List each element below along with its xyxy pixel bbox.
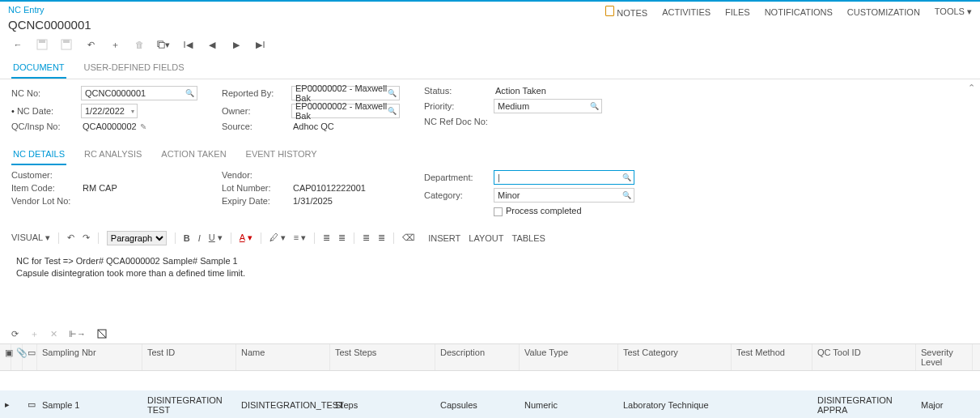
paragraph-select[interactable]: Paragraph [107,231,167,245]
grid-header-qctool[interactable]: QC Tool ID [812,344,916,370]
back-icon[interactable]: ← [11,38,24,51]
cell-steps: Steps [330,395,435,415]
highlight-icon[interactable]: 🖊 ▾ [269,232,286,243]
tab-udf[interactable]: USER-DEFINED FIELDS [83,58,186,79]
save-icon[interactable] [36,38,49,51]
grid-header-vtype[interactable]: Value Type [520,344,618,370]
ncref-label: NC Ref Doc No: [424,117,494,126]
department-label: Department: [424,173,494,182]
editor-undo-icon[interactable]: ↶ [67,232,74,243]
cell-tmethod [732,400,812,410]
grid-header-steps[interactable]: Test Steps [330,344,435,370]
editor-layout-tab[interactable]: LAYOUT [469,233,503,243]
qcinsp-label: QC/Insp No: [11,122,81,131]
cell-vtype: Numeric [520,395,618,415]
row-pin-icon[interactable] [11,400,23,410]
grid-expand-icon[interactable]: ⊩→ [69,329,86,339]
tab-nc-details[interactable]: NC DETAILS [11,144,66,165]
new-icon[interactable]: ＋ [108,38,121,51]
department-input[interactable]: | [494,170,634,185]
grid-header-sampling[interactable]: Sampling Nbr [37,344,142,370]
text-color-icon[interactable]: A ▾ [240,232,252,243]
grid-refresh-icon[interactable]: ⟳ [11,329,19,339]
next-icon[interactable]: ▶ [230,38,243,51]
copy-dropdown-icon[interactable]: ▾ [157,38,170,51]
nc-no-input[interactable]: QCNC0000001 [81,86,197,100]
row-expand-icon[interactable]: ▸ [0,395,11,415]
editor-redo-icon[interactable]: ↷ [83,232,90,243]
grid-header-testid[interactable]: Test ID [142,344,236,370]
first-icon[interactable]: I◀ [181,38,194,51]
editor-line: NC for Test => Order# QCA0000002 Sample#… [16,255,964,267]
cell-sev: Major [916,395,973,415]
cell-tcat: Laboratory Technique [618,395,732,415]
clear-format-icon[interactable]: ⌫ [402,232,415,243]
grid-header-desc[interactable]: Description [435,344,520,370]
grid-delete-icon[interactable]: ✕ [50,329,57,339]
owner-label: Owner: [222,106,291,116]
grid-header-name[interactable]: Name [236,344,330,370]
grid-header-doc[interactable]: ▭ [23,344,37,370]
grid-export-icon[interactable] [97,329,107,339]
category-label: Category: [424,190,494,200]
grid-header-tcat[interactable]: Test Category [618,344,732,370]
align-icon[interactable]: ≡ ▾ [294,232,306,243]
prev-icon[interactable]: ◀ [206,38,218,51]
priority-label: Priority: [424,101,494,111]
chevron-down-icon: ▾ [967,6,972,16]
editor-tables-tab[interactable]: TABLES [512,233,545,243]
reported-by-input[interactable]: EP00000002 - Maxwell Bak [291,86,400,100]
delete-icon[interactable]: 🗑 [133,38,146,51]
indent-icon[interactable]: ≣ [378,232,385,243]
grid-header-tmethod[interactable]: Test Method [732,344,812,370]
nc-date-input[interactable]: 1/22/2022 [81,104,138,118]
category-input[interactable]: Minor [494,188,634,203]
customer-label: Customer: [11,170,81,180]
undo-icon[interactable]: ↶ [84,38,97,51]
editor-insert-tab[interactable]: INSERT [428,233,460,243]
files-link[interactable]: FILES [725,7,750,17]
notes-link[interactable]: NOTES [605,6,647,18]
bold-icon[interactable]: B [184,233,190,243]
svg-rect-5 [159,43,165,49]
notes-icon [605,6,614,16]
process-completed-checkbox[interactable] [494,207,503,216]
list-ordered-icon[interactable]: ≣ [323,232,330,243]
tab-event-history[interactable]: EVENT HISTORY [244,144,319,165]
vendor-label: Vendor: [222,170,291,180]
priority-input[interactable]: Medium [494,99,602,113]
status-value: Action Taken [494,86,602,96]
grid-header-sev[interactable]: Severity Level [916,344,973,370]
grid-header-expand[interactable]: ▣ [0,344,11,370]
tab-document[interactable]: DOCUMENT [11,58,66,79]
breadcrumb[interactable]: NC Entry [8,3,91,16]
collapse-caret-icon[interactable]: ⌃ [968,83,975,93]
row-doc-icon[interactable]: ▭ [23,395,37,415]
vendor-lot-label: Vendor Lot No: [11,196,81,206]
editor-visual-tab[interactable]: VISUAL ▾ [11,232,50,243]
notifications-link[interactable]: NOTIFICATIONS [765,7,833,17]
owner-input[interactable]: EP00000002 - Maxwell Bak [291,104,400,118]
outdent-icon[interactable]: ≣ [363,232,370,243]
status-label: Status: [424,86,494,96]
italic-icon[interactable]: I [198,233,201,243]
grid-add-icon[interactable]: ＋ [30,328,39,340]
list-bullet-icon[interactable]: ≣ [338,232,346,243]
grid-header-pin[interactable]: 📎 [11,344,23,370]
editor-line: Capsule disintegration took more than a … [16,267,964,279]
cell-name: DISINTEGRATION_TEST [236,395,330,415]
notes-label: NOTES [617,8,647,18]
tab-rc-analysis[interactable]: RC ANALYSIS [83,144,143,165]
reported-by-label: Reported By: [222,88,291,98]
tools-menu[interactable]: TOOLS ▾ [935,6,972,17]
editor-content[interactable]: NC for Test => Order# QCA0000002 Sample#… [11,250,969,323]
tab-action-taken[interactable]: ACTION TAKEN [159,144,227,165]
customization-link[interactable]: CUSTOMIZATION [847,7,920,17]
activities-link[interactable]: ACTIVITIES [662,7,711,17]
item-code-value: RM CAP [81,183,197,193]
last-icon[interactable]: ▶I [254,38,267,51]
table-row[interactable]: ▸ ▭ Sample 1 DISINTEGRATION TEST DISINTE… [0,390,980,418]
underline-icon[interactable]: U ▾ [209,232,223,243]
qcinsp-value[interactable]: QCA0000002 [81,122,197,131]
save-close-icon[interactable] [60,38,73,51]
